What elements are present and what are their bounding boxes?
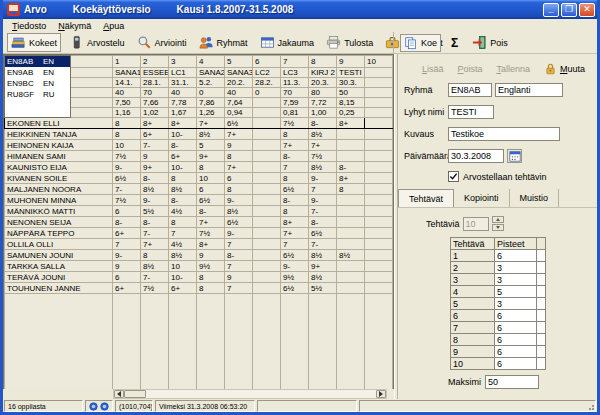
- grade-cell[interactable]: 8½: [169, 250, 197, 261]
- stat-cell[interactable]: [365, 68, 393, 78]
- grade-cell[interactable]: 8-: [169, 140, 197, 151]
- task-points-cell[interactable]: 3: [495, 262, 537, 274]
- grade-cell[interactable]: [253, 140, 281, 151]
- group-item[interactable]: EN9BC EN: [5, 78, 70, 89]
- column-number-header[interactable]: 4: [197, 56, 225, 68]
- task-points-cell[interactable]: 5: [495, 286, 537, 298]
- student-name-cell[interactable]: KAUNISTO EIJA: [5, 162, 113, 173]
- task-points-cell[interactable]: 6: [495, 334, 537, 346]
- grade-cell[interactable]: 6½: [281, 283, 309, 294]
- grade-cell[interactable]: 8-: [113, 217, 141, 228]
- grade-cell[interactable]: 6: [113, 206, 141, 217]
- grade-cell[interactable]: 8-: [281, 151, 309, 162]
- grade-cell[interactable]: 8: [197, 283, 225, 294]
- grade-cell[interactable]: [337, 283, 365, 294]
- grade-cell[interactable]: [337, 206, 365, 217]
- grade-cell[interactable]: 7: [309, 184, 337, 195]
- tehtavia-spinner-value[interactable]: 10: [463, 217, 489, 231]
- jakauma-button[interactable]: Jakauma: [256, 33, 319, 52]
- tallenna-button[interactable]: Tallenna: [496, 64, 530, 74]
- grade-cell[interactable]: 9-: [309, 195, 337, 206]
- close-button[interactable]: ✕: [579, 3, 595, 17]
- calendar-button[interactable]: [507, 149, 522, 163]
- grade-cell[interactable]: 7½: [309, 151, 337, 162]
- student-name-cell[interactable]: TOUHUNEN JANNE: [5, 283, 113, 294]
- grade-cell[interactable]: 8½: [337, 250, 365, 261]
- student-name-cell[interactable]: NENONEN SEIJA: [5, 217, 113, 228]
- grade-cell[interactable]: 7-: [141, 140, 169, 151]
- poista-button[interactable]: Poista: [457, 64, 482, 74]
- grade-cell[interactable]: [337, 261, 365, 272]
- student-name-cell[interactable]: MÄNNIKKÖ MATTI: [5, 206, 113, 217]
- grade-cell[interactable]: 8+: [169, 118, 197, 129]
- task-points-cell[interactable]: 6: [495, 358, 537, 370]
- grade-cell[interactable]: 8½: [309, 250, 337, 261]
- grade-cell[interactable]: 7½: [141, 283, 169, 294]
- spinner-down-button[interactable]: [492, 224, 504, 231]
- group-item[interactable]: EN8AB EN: [5, 56, 70, 67]
- grade-cell[interactable]: 7½: [281, 118, 309, 129]
- grade-cell[interactable]: 8½: [197, 129, 225, 140]
- grade-cell[interactable]: 10: [197, 173, 225, 184]
- column-number-header[interactable]: 9: [337, 56, 365, 68]
- stat-cell[interactable]: ESSEE: [141, 68, 169, 78]
- stat-cell[interactable]: SANA1: [113, 68, 141, 78]
- grade-cell[interactable]: 6+: [169, 283, 197, 294]
- grade-cell[interactable]: [253, 195, 281, 206]
- grade-cell[interactable]: 7: [281, 239, 309, 250]
- student-name-cell[interactable]: EKONEN ELLI: [5, 118, 113, 129]
- grade-cell[interactable]: 9: [113, 261, 141, 272]
- grade-cell[interactable]: 8-: [309, 118, 337, 129]
- grade-cell[interactable]: [337, 195, 365, 206]
- grade-cell[interactable]: [253, 283, 281, 294]
- grade-cell[interactable]: [253, 250, 281, 261]
- grade-cell[interactable]: 6½: [225, 118, 253, 129]
- arvostelu-button[interactable]: Arvostelu: [65, 33, 129, 52]
- grade-cell[interactable]: 7: [169, 228, 197, 239]
- group-item[interactable]: EN9AB EN: [5, 67, 70, 78]
- grade-cell[interactable]: 8+: [141, 118, 169, 129]
- grade-cell[interactable]: 6½: [281, 184, 309, 195]
- grade-cell[interactable]: 7: [281, 162, 309, 173]
- paivamaara-field[interactable]: 30.3.2008: [448, 149, 504, 163]
- grade-cell[interactable]: 9-: [141, 195, 169, 206]
- student-name-cell[interactable]: NÄPPÄRÄ TEPPO: [5, 228, 113, 239]
- student-name-cell[interactable]: OLLILA OLLI: [5, 239, 113, 250]
- grade-cell[interactable]: [337, 129, 365, 140]
- grade-cell[interactable]: 10-: [169, 162, 197, 173]
- menu-nakyma[interactable]: Näkymä: [52, 21, 97, 31]
- grade-cell[interactable]: 8½: [309, 129, 337, 140]
- task-points-cell[interactable]: 6: [495, 310, 537, 322]
- task-points-cell[interactable]: 6: [495, 322, 537, 334]
- task-points-cell[interactable]: 6: [495, 346, 537, 358]
- grade-cell[interactable]: 4½: [169, 206, 197, 217]
- grade-cell[interactable]: 8½: [309, 272, 337, 283]
- grade-cell[interactable]: 8: [281, 129, 309, 140]
- grade-cell[interactable]: [253, 151, 281, 162]
- minimize-button[interactable]: _: [543, 3, 559, 17]
- grade-cell[interactable]: [337, 151, 365, 162]
- grade-cell[interactable]: 9-: [225, 228, 253, 239]
- grade-cell[interactable]: 6: [225, 173, 253, 184]
- grade-cell[interactable]: 6½: [309, 228, 337, 239]
- scroll-right-button[interactable]: [376, 390, 386, 398]
- grade-cell[interactable]: [365, 195, 393, 206]
- grade-cell[interactable]: 10-: [169, 129, 197, 140]
- student-name-cell[interactable]: SAMUNEN JOUNI: [5, 250, 113, 261]
- grade-cell[interactable]: 8-: [197, 206, 225, 217]
- tab-sigma[interactable]: Σ: [447, 36, 462, 50]
- grade-cell[interactable]: [365, 239, 393, 250]
- ryhma-name-field[interactable]: Englanti: [495, 83, 563, 97]
- grade-cell[interactable]: 7: [113, 239, 141, 250]
- column-number-header[interactable]: 10: [365, 56, 393, 68]
- tab-pois[interactable]: Pois: [468, 33, 512, 52]
- grade-cell[interactable]: 8: [197, 162, 225, 173]
- grade-cell[interactable]: 7-: [113, 184, 141, 195]
- grade-cell[interactable]: [337, 217, 365, 228]
- grade-cell[interactable]: 9: [141, 151, 169, 162]
- grade-cell[interactable]: [365, 272, 393, 283]
- grade-cell[interactable]: [253, 162, 281, 173]
- maximize-button[interactable]: ❐: [561, 3, 577, 17]
- grade-cell[interactable]: 8-: [169, 195, 197, 206]
- grade-cell[interactable]: 5: [197, 140, 225, 151]
